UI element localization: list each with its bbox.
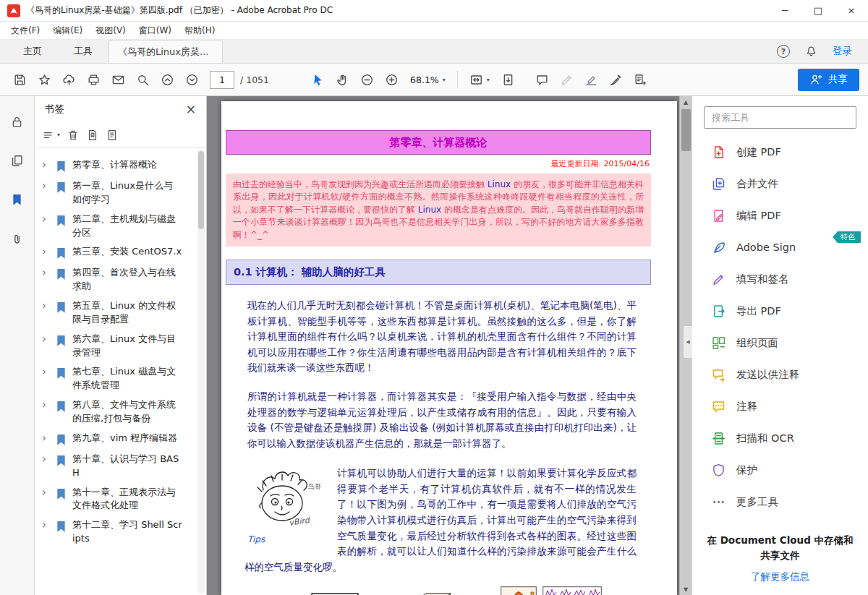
help-icon[interactable]: ? <box>777 45 790 58</box>
security-settings-button[interactable] <box>7 111 28 132</box>
data-flow-diagram: 1234567890 abcdefghij 資料 <box>307 586 651 595</box>
plus-circle-icon <box>385 73 399 87</box>
menu-edit[interactable]: 编辑(E) <box>46 22 89 39</box>
close-bookmarks-button[interactable]: × <box>186 102 196 116</box>
bookmark-item[interactable]: ›第五章、Linux 的文件权限与目录配置 <box>42 296 193 330</box>
minimize-button[interactable]: ─ <box>768 0 801 21</box>
tool-organize-pages[interactable]: 组织页面 <box>692 327 868 359</box>
save-button[interactable] <box>9 69 31 90</box>
tool-export-pdf[interactable]: 导出 PDF <box>692 295 868 327</box>
page-number-input[interactable] <box>210 71 234 89</box>
expand-chevron-icon[interactable]: › <box>42 398 50 411</box>
print-button[interactable] <box>82 69 105 90</box>
notifications-bell-icon[interactable] <box>804 43 818 60</box>
login-link[interactable]: 登录 <box>833 45 852 58</box>
menu-file[interactable]: 文件(F) <box>4 22 46 39</box>
attachments-button[interactable] <box>7 228 28 249</box>
tool-send-for-comments[interactable]: 发送以供注释 <box>692 359 868 390</box>
send-document-button[interactable] <box>629 69 652 90</box>
expand-chevron-icon[interactable]: › <box>42 179 50 192</box>
tool-fill-sign[interactable]: 填写和签名 <box>692 263 868 295</box>
next-page-button[interactable] <box>181 69 203 90</box>
tool-create-pdf[interactable]: 创建 PDF <box>692 136 868 168</box>
sign-tool-button[interactable] <box>605 69 627 90</box>
star-button[interactable] <box>33 69 56 90</box>
scroll-up-arrow[interactable]: ▲ <box>680 96 692 108</box>
email-button[interactable] <box>107 69 129 90</box>
tools-search-input[interactable] <box>704 106 856 129</box>
bookmark-ribbon-icon <box>54 400 68 414</box>
upload-cloud-button[interactable] <box>58 69 80 90</box>
page-total-label: / 1051 <box>240 74 269 85</box>
page-display-button[interactable] <box>497 69 519 90</box>
bookmark-item[interactable]: ›第二章、主机规划与磁盘分区 <box>42 210 193 243</box>
expand-chevron-icon[interactable]: › <box>42 245 50 258</box>
expand-chevron-icon[interactable]: › <box>42 266 50 279</box>
tool-protect[interactable]: 保护 <box>692 454 868 486</box>
bookmark-ribbon-icon <box>54 433 68 447</box>
bookmark-page-options-button[interactable] <box>106 129 119 142</box>
scroll-down-arrow[interactable]: ▼ <box>680 583 692 595</box>
bookmark-item[interactable]: ›第八章、文件与文件系统的压缩,打包与备份 <box>42 395 193 429</box>
bookmarks-options-button[interactable]: ▾ <box>42 129 60 142</box>
tool-edit-pdf[interactable]: 编辑 PDF <box>692 200 868 231</box>
expand-chevron-icon[interactable]: › <box>42 453 50 466</box>
close-button[interactable]: × <box>835 0 868 21</box>
expand-chevron-icon[interactable]: › <box>42 365 50 378</box>
new-bookmark-button[interactable] <box>86 129 99 142</box>
edit-pencil-button[interactable] <box>556 69 578 90</box>
bookmark-item[interactable]: ›第四章、首次登入与在线求助 <box>42 263 193 296</box>
bookmark-item[interactable]: ›第十章、认识与学习 BASH <box>42 450 193 483</box>
tab-document[interactable]: 《鸟哥的Linux房菜... <box>109 40 223 63</box>
bookmark-item[interactable]: ›第九章、vim 程序编辑器 <box>42 429 193 450</box>
tool-combine-files[interactable]: 合并文件 <box>692 168 868 200</box>
menu-help[interactable]: 帮助(H) <box>178 22 221 39</box>
timeseries-panels-image <box>542 586 602 595</box>
expand-chevron-icon[interactable]: › <box>42 299 50 312</box>
scrollbar-thumb[interactable] <box>681 109 691 151</box>
previous-page-button[interactable] <box>156 69 179 90</box>
bookmark-item[interactable]: ›第十一章、正规表示法与文件格式化处理 <box>42 483 193 516</box>
options-list-icon <box>42 129 55 142</box>
bookmarks-scrollbar[interactable] <box>197 150 205 594</box>
bookmarks-panel-button[interactable] <box>7 189 28 210</box>
expand-chevron-icon[interactable]: › <box>42 518 50 531</box>
bookmark-item[interactable]: ›第三章、安装 CentOS7.x <box>42 242 193 263</box>
bookmark-item[interactable]: ›第一章、Linux是什么与如何学习 <box>42 176 193 210</box>
tool-more-tools[interactable]: 更多工具 <box>692 486 868 518</box>
tab-home[interactable]: 主页 <box>7 40 58 63</box>
comment-tool-button[interactable] <box>531 69 553 90</box>
expand-chevron-icon[interactable]: › <box>42 432 50 445</box>
expand-chevron-icon[interactable]: › <box>42 213 50 226</box>
delete-bookmark-button[interactable] <box>67 129 80 142</box>
tool-comment[interactable]: 注释 <box>692 390 868 422</box>
expand-chevron-icon[interactable]: › <box>42 158 50 171</box>
bookmark-item[interactable]: ›第零章、计算器概论 <box>42 155 193 176</box>
expand-chevron-icon[interactable]: › <box>42 486 50 499</box>
zoom-out-button[interactable] <box>356 69 378 90</box>
panel-collapse-handle[interactable]: ◀ <box>683 325 692 359</box>
zoom-level-dropdown[interactable]: 68.1% ▾ <box>405 69 451 90</box>
ink-pen-ic9on <box>609 73 623 87</box>
tool-scan-ocr[interactable]: 扫描和 OCR <box>692 422 868 454</box>
page-thumbnails-button[interactable] <box>7 150 28 171</box>
bookmark-item[interactable]: ›第十二章、学习 Shell Scripts <box>42 515 193 549</box>
highlight-tool-button[interactable] <box>580 69 603 90</box>
maximize-button[interactable]: □ <box>801 0 835 21</box>
select-tool-button[interactable] <box>307 69 329 90</box>
expand-chevron-icon[interactable]: › <box>42 333 50 346</box>
zoom-in-button[interactable] <box>380 69 403 90</box>
find-button[interactable] <box>132 69 154 90</box>
tool-adobe-sign[interactable]: Adobe Sign特色 <box>692 231 868 263</box>
bookmark-item[interactable]: ›第七章、Linux 磁盘与文件系统管理 <box>42 362 193 395</box>
tools-panel: ◀ 创建 PDF 合并文件 编辑 PDF Adobe Sign特色 填写和签名 … <box>692 96 868 595</box>
fit-width-dropdown[interactable]: ▾ <box>464 69 495 90</box>
menu-view[interactable]: 视图(V) <box>89 22 132 39</box>
share-button[interactable]: 共享 <box>798 69 859 91</box>
scrollbar-thumb[interactable] <box>198 151 204 229</box>
bookmark-item[interactable]: ›第六章、Linux 文件与目录管理 <box>42 330 193 363</box>
hand-tool-button[interactable] <box>331 69 354 90</box>
menu-window[interactable]: 窗口(W) <box>132 22 178 39</box>
tab-tools[interactable]: 工具 <box>58 40 109 63</box>
learn-more-link[interactable]: 了解更多信息 <box>705 570 855 583</box>
